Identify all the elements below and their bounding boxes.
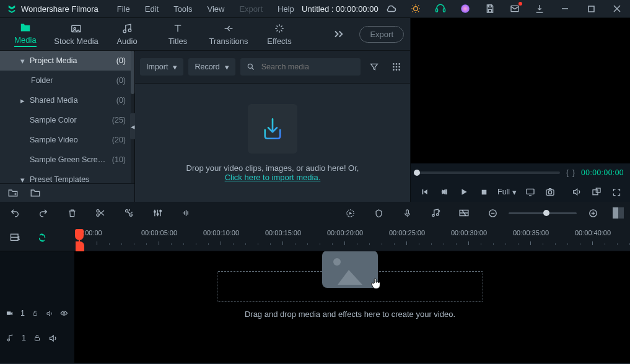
svg-point-3 <box>461 4 470 13</box>
tab-titles[interactable]: Titles <box>152 18 203 51</box>
download-update-icon[interactable] <box>527 0 552 17</box>
chevron-down-icon: ▾ <box>173 63 177 72</box>
svg-point-24 <box>398 69 400 71</box>
tree-item-shared-media[interactable]: ▸ Shared Media (0) <box>0 90 134 110</box>
menu-help[interactable]: Help <box>270 1 302 17</box>
audio-edit-icon[interactable] <box>177 204 195 222</box>
undo-icon[interactable] <box>6 204 24 222</box>
svg-point-21 <box>398 66 400 68</box>
window-maximize[interactable] <box>578 0 604 17</box>
preview-panel: { } 00:00:00:00 Full▾ <box>411 18 630 202</box>
import-dropdown[interactable]: Import ▾ <box>140 58 183 76</box>
display-settings-icon[interactable] <box>520 183 540 201</box>
more-tabs-chevron-icon[interactable] <box>327 30 351 38</box>
menu-tools[interactable]: Tools <box>166 1 199 17</box>
timeline-ruler[interactable]: 0:00:0000:00:05:0000:00:10:0000:00:15:00… <box>0 224 630 251</box>
voiceover-icon[interactable] <box>398 204 416 222</box>
play-icon[interactable] <box>454 183 474 201</box>
zoom-in-icon[interactable] <box>584 204 602 222</box>
tree-item-preset-templates[interactable]: ▾ Preset Templates <box>0 170 134 183</box>
filter-icon[interactable] <box>365 58 383 76</box>
window-close[interactable] <box>604 0 630 17</box>
step-back-icon[interactable] <box>414 183 434 201</box>
svg-point-37 <box>157 214 159 215</box>
save-icon[interactable] <box>478 0 502 17</box>
open-folder-icon[interactable] <box>30 188 41 197</box>
import-link[interactable]: Click here to import media. <box>225 173 321 182</box>
aspect-ratio-icon[interactable] <box>455 204 473 222</box>
tree-item-sample-color[interactable]: Sample Color (25) <box>0 110 134 130</box>
video-track-header[interactable]: 1 <box>0 301 74 326</box>
title-bar: Wondershare Filmora File Edit Tools View… <box>0 0 630 17</box>
import-drop-icon[interactable] <box>248 104 297 154</box>
tab-audio[interactable]: Audio <box>102 18 152 51</box>
export-button[interactable]: Export <box>359 26 404 43</box>
tree-item-folder[interactable]: Folder (0) <box>0 71 134 90</box>
collapse-tree-handle[interactable]: ◂ <box>130 113 135 139</box>
volume-icon[interactable] <box>567 183 587 201</box>
crop-icon[interactable] <box>120 204 138 222</box>
svg-rect-4 <box>488 5 491 7</box>
preview-quality-select[interactable]: Full▾ <box>494 188 520 197</box>
window-minimize[interactable] <box>552 0 578 17</box>
menu-file[interactable]: File <box>110 1 138 17</box>
stop-icon[interactable] <box>474 183 494 201</box>
record-dropdown[interactable]: Record ▾ <box>188 58 235 76</box>
tree-item-sample-video[interactable]: Sample Video (20) <box>0 130 134 150</box>
snapshot-icon[interactable] <box>540 183 560 201</box>
preview-viewport[interactable] <box>411 18 630 163</box>
zoom-slider[interactable] <box>509 212 577 214</box>
idea-icon[interactable] <box>403 0 428 17</box>
auto-ripple-icon[interactable] <box>33 229 51 246</box>
mark-in-icon[interactable]: { <box>566 168 569 177</box>
messages-icon[interactable] <box>502 0 527 17</box>
tree-item-sample-green-screen[interactable]: Sample Green Scre… (10) <box>0 150 134 170</box>
mark-out-icon[interactable]: } <box>572 168 575 177</box>
unlock-icon[interactable] <box>32 309 38 318</box>
grid-view-icon[interactable] <box>388 58 405 76</box>
mute-icon[interactable] <box>48 334 58 343</box>
tab-stock-media[interactable]: Stock Media <box>51 18 102 51</box>
menu-view[interactable]: View <box>199 1 232 17</box>
zoom-out-icon[interactable] <box>484 204 501 222</box>
mute-icon[interactable] <box>46 309 53 318</box>
adjust-icon[interactable] <box>149 204 166 222</box>
account-avatar-icon[interactable] <box>453 0 478 17</box>
new-folder-icon[interactable] <box>7 188 19 197</box>
marker-icon[interactable] <box>370 204 387 222</box>
visibility-icon[interactable] <box>60 310 68 317</box>
zoom-fit-toggle[interactable] <box>613 207 624 219</box>
audio-mixer-icon[interactable] <box>427 204 444 222</box>
svg-point-49 <box>63 312 65 314</box>
timeline-toolbar <box>0 202 630 224</box>
tab-media[interactable]: Media <box>0 18 51 51</box>
effects-sparkle-icon <box>274 23 285 34</box>
timeline-drop-target[interactable] <box>217 271 483 302</box>
preview-seekbar[interactable] <box>417 171 560 174</box>
tree-item-project-media[interactable]: ▾ Project Media (0) <box>0 51 134 71</box>
popout-preview-icon[interactable] <box>587 183 606 201</box>
drop-instructions: Drop your video clips, images, or audio … <box>186 163 359 173</box>
unlock-icon[interactable] <box>33 334 41 342</box>
search-media-field[interactable] <box>240 58 361 76</box>
media-folder-icon <box>19 22 32 33</box>
timeline[interactable]: 1 1 Drag and drop media and effects here… <box>0 251 630 363</box>
track-manager-icon[interactable] <box>6 229 24 246</box>
render-preview-icon[interactable] <box>341 204 359 222</box>
menu-edit[interactable]: Edit <box>138 1 166 17</box>
frame-back-icon[interactable] <box>434 183 454 201</box>
redo-icon[interactable] <box>35 204 52 222</box>
svg-rect-47 <box>7 311 11 315</box>
audio-track-header[interactable]: 1 <box>0 326 74 350</box>
tab-effects[interactable]: Effects <box>254 18 305 51</box>
tab-transitions[interactable]: Transitions <box>203 18 254 51</box>
fullscreen-icon[interactable] <box>606 183 626 201</box>
svg-point-33 <box>97 214 99 216</box>
search-input[interactable] <box>260 62 354 72</box>
support-icon[interactable] <box>428 0 453 17</box>
hand-cursor-icon <box>369 277 383 290</box>
split-icon[interactable] <box>92 204 109 222</box>
delete-icon[interactable] <box>63 204 81 222</box>
cloud-icon[interactable] <box>378 0 403 17</box>
audio-track-number: 1 <box>22 334 26 342</box>
